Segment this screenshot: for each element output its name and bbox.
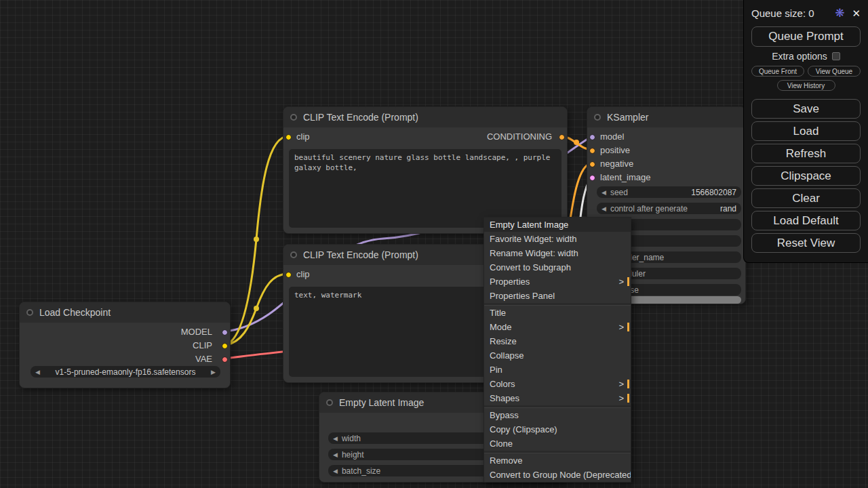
submenu-marker <box>627 277 629 286</box>
output-slot-model[interactable] <box>222 329 228 336</box>
node-title: KSampler <box>607 112 648 123</box>
queue-prompt-button[interactable]: Queue Prompt <box>751 26 861 47</box>
menu-item-shapes[interactable]: Shapes> <box>484 391 631 405</box>
submenu-marker <box>627 323 629 331</box>
ckpt-name-value: v1-5-pruned-emaonly-fp16.safetensors <box>44 367 207 377</box>
clear-button[interactable]: Clear <box>751 188 861 208</box>
node-title: Empty Latent Image <box>339 397 424 408</box>
save-button[interactable]: Save <box>751 99 861 119</box>
submenu-marker <box>627 394 629 403</box>
view-queue-button[interactable]: View Queue <box>808 66 861 77</box>
widget-value: 1566802087 <box>691 188 736 197</box>
input-label-latent-image: latent_image <box>600 172 650 183</box>
load-button[interactable]: Load <box>751 121 861 141</box>
prompt-textarea-positive[interactable]: beautiful scenery nature glass bottle la… <box>289 149 561 228</box>
submenu-arrow-icon: > <box>618 377 624 391</box>
menu-item-resize[interactable]: Resize <box>484 334 631 348</box>
wire-clip-positive[interactable] <box>225 136 288 345</box>
output-label-vae: VAE <box>195 354 212 365</box>
combo-prev-icon[interactable]: ◀ <box>35 369 40 375</box>
collapse-dot[interactable] <box>26 309 33 316</box>
menu-item-convert-to-subgraph[interactable]: Convert to Subgraph <box>484 260 631 274</box>
graph-canvas[interactable]: Load Checkpoint MODEL CLIP VAE ◀ v1-5-pr… <box>0 0 868 488</box>
node-load-checkpoint[interactable]: Load Checkpoint MODEL CLIP VAE ◀ v1-5-pr… <box>19 302 231 388</box>
link-dot[interactable] <box>254 306 259 311</box>
input-slot-model[interactable] <box>589 134 595 140</box>
menu-item-rename-widget[interactable]: Rename Widget: width <box>484 246 631 260</box>
input-label-clip: clip <box>296 269 310 280</box>
link-dot[interactable] <box>254 237 259 242</box>
node-title: Load Checkpoint <box>39 307 111 318</box>
menu-item-colors[interactable]: Colors> <box>484 377 631 391</box>
input-label-negative: negative <box>600 159 633 169</box>
input-label-positive: positive <box>600 145 630 156</box>
widget-label: control after generate <box>610 204 688 214</box>
widget-control-after-generate[interactable]: ◀ control after generate rand <box>597 203 741 214</box>
decrement-icon[interactable]: ◀ <box>333 451 338 458</box>
input-slot-clip[interactable] <box>285 272 292 278</box>
output-slot-conditioning[interactable] <box>559 134 565 140</box>
collapse-dot[interactable] <box>290 251 297 258</box>
extra-options-label: Extra options <box>772 51 827 62</box>
node-title: CLIP Text Encode (Prompt) <box>303 249 418 260</box>
input-slot-latent-image[interactable] <box>589 175 595 181</box>
menu-item-convert-to-group-node[interactable]: Convert to Group Node (Deprecated) <box>484 468 631 482</box>
menu-item-properties-panel[interactable]: Properties Panel <box>484 289 631 303</box>
context-menu: Empty Latent Image Favorite Widget: widt… <box>484 217 631 483</box>
decrement-icon[interactable]: ◀ <box>333 468 338 474</box>
context-menu-header: Empty Latent Image <box>484 218 631 232</box>
output-slot-vae[interactable] <box>222 357 228 363</box>
view-history-button[interactable]: View History <box>777 80 835 91</box>
collapse-dot[interactable] <box>594 114 601 121</box>
reset-view-button[interactable]: Reset View <box>751 233 861 253</box>
widget-label: seed <box>610 188 628 197</box>
wire-clip-negative[interactable] <box>225 274 288 345</box>
queue-size-label: Queue size: 0 <box>751 7 814 19</box>
output-label-conditioning: CONDITIONING <box>487 131 552 142</box>
link-dot[interactable] <box>574 140 579 145</box>
extra-options-checkbox[interactable] <box>832 52 840 60</box>
combo-next-icon[interactable]: ▶ <box>211 369 216 375</box>
widget-value: rand <box>720 204 736 214</box>
submenu-marker <box>627 380 629 388</box>
input-slot-negative[interactable] <box>589 161 595 167</box>
refresh-button[interactable]: Refresh <box>751 144 861 163</box>
input-slot-positive[interactable] <box>589 148 595 154</box>
menu-item-properties[interactable]: Properties> <box>484 274 631 289</box>
ckpt-name-combo[interactable]: ◀ v1-5-pruned-emaonly-fp16.safetensors ▶ <box>31 366 220 378</box>
menu-item-copy-clipspace[interactable]: Copy (Clipspace) <box>484 422 631 436</box>
collapse-dot[interactable] <box>326 399 333 406</box>
settings-icon[interactable]: ❋ <box>835 6 844 20</box>
menu-item-mode[interactable]: Mode> <box>484 320 631 334</box>
decrement-icon[interactable]: ◀ <box>601 205 606 212</box>
widget-seed[interactable]: ◀ seed 1566802087 <box>597 186 741 198</box>
submenu-arrow-icon: > <box>618 391 624 405</box>
node-title: CLIP Text Encode (Prompt) <box>303 112 418 123</box>
collapse-dot[interactable] <box>290 114 297 121</box>
submenu-arrow-icon: > <box>618 274 624 289</box>
input-slot-clip[interactable] <box>285 134 292 140</box>
menu-item-pin[interactable]: Pin <box>484 363 631 377</box>
load-default-button[interactable]: Load Default <box>751 211 861 230</box>
queue-front-button[interactable]: Queue Front <box>751 66 804 77</box>
node-title-bar[interactable]: CLIP Text Encode (Prompt) <box>283 107 567 127</box>
output-label-model: MODEL <box>181 327 212 338</box>
menu-item-clone[interactable]: Clone <box>484 436 631 451</box>
output-slot-clip[interactable] <box>222 343 228 349</box>
decrement-icon[interactable]: ◀ <box>333 435 338 442</box>
comfy-menu-panel: Queue size: 0 ❋ ✕ Queue Prompt Extra opt… <box>743 0 868 263</box>
menu-item-bypass[interactable]: Bypass <box>484 408 631 422</box>
clipspace-button[interactable]: Clipspace <box>751 166 861 186</box>
input-label-model: model <box>600 131 624 142</box>
menu-item-title[interactable]: Title <box>484 306 631 320</box>
decrement-icon[interactable]: ◀ <box>601 189 606 196</box>
node-title-bar[interactable]: KSampler <box>587 107 745 127</box>
close-icon[interactable]: ✕ <box>852 7 861 20</box>
submenu-arrow-icon: > <box>618 320 624 334</box>
node-clip-text-encode-positive[interactable]: CLIP Text Encode (Prompt) clip CONDITION… <box>283 106 568 234</box>
menu-item-favorite-widget[interactable]: Favorite Widget: width <box>484 232 631 246</box>
menu-item-collapse[interactable]: Collapse <box>484 348 631 363</box>
node-title-bar[interactable]: Load Checkpoint <box>20 302 230 323</box>
menu-item-remove[interactable]: Remove <box>484 453 631 468</box>
output-label-clip: CLIP <box>193 340 212 351</box>
